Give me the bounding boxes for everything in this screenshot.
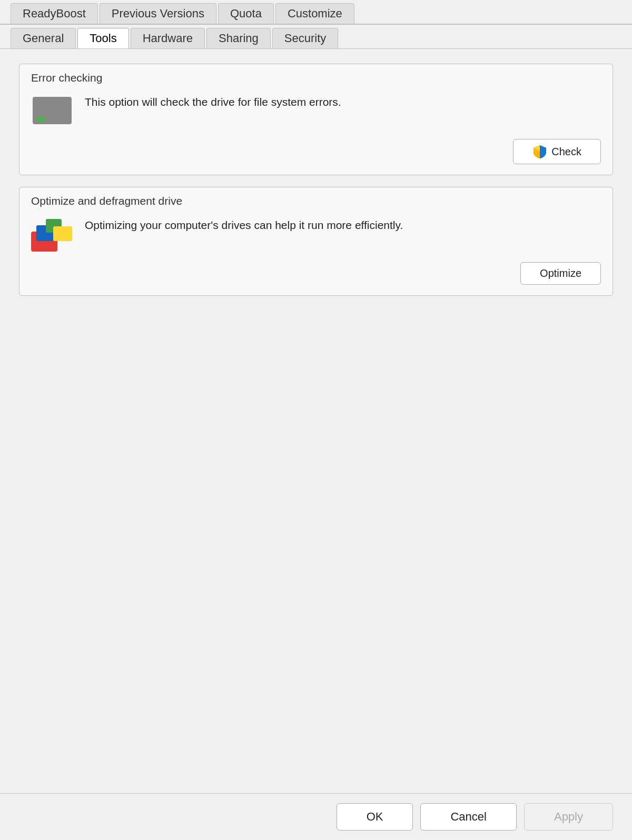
error-checking-section: Error checking This option will check th… <box>19 64 613 175</box>
hdd-graphic <box>33 97 72 124</box>
optimize-button-row: Optimize <box>19 262 613 295</box>
hard-drive-icon <box>31 94 73 127</box>
optimize-section: Optimize and defragment drive Optimizing… <box>19 187 613 296</box>
tab-sharing[interactable]: Sharing <box>206 28 271 48</box>
error-checking-description: This option will check the drive for fil… <box>85 94 601 111</box>
optimize-button-label: Optimize <box>540 267 581 279</box>
tab-tools[interactable]: Tools <box>77 28 129 48</box>
tabs-row1: ReadyBoost Previous Versions Quota Custo… <box>0 0 632 49</box>
check-button[interactable]: Check <box>513 139 601 164</box>
error-checking-button-row: Check <box>19 139 613 175</box>
optimize-title: Optimize and defragment drive <box>19 187 613 207</box>
ok-button[interactable]: OK <box>337 803 413 831</box>
tab-security[interactable]: Security <box>272 28 338 48</box>
optimize-description: Optimizing your computer's drives can he… <box>85 217 601 234</box>
tab-previous-versions[interactable]: Previous Versions <box>100 3 216 24</box>
optimize-button[interactable]: Optimize <box>520 262 601 285</box>
footer: OK Cancel Apply <box>0 793 632 840</box>
main-content: Error checking This option will check th… <box>0 49 632 793</box>
tab-general[interactable]: General <box>11 28 76 48</box>
check-button-label: Check <box>551 146 581 158</box>
tab-customize[interactable]: Customize <box>275 3 354 24</box>
tab-quota[interactable]: Quota <box>218 3 274 24</box>
defrag-icon-container <box>31 217 73 251</box>
tab-hardware[interactable]: Hardware <box>131 28 205 48</box>
tab-row-top: ReadyBoost Previous Versions Quota Custo… <box>0 0 632 24</box>
error-checking-title: Error checking <box>19 64 613 84</box>
cancel-button[interactable]: Cancel <box>420 803 516 831</box>
defrag-icon <box>31 216 73 252</box>
error-checking-inner: This option will check the drive for fil… <box>19 84 613 139</box>
optimize-inner: Optimizing your computer's drives can he… <box>19 207 613 262</box>
shield-icon <box>532 144 547 159</box>
tab-readyboost[interactable]: ReadyBoost <box>11 3 98 24</box>
apply-button[interactable]: Apply <box>524 803 613 831</box>
tab-row-bottom: General Tools Hardware Sharing Security <box>0 24 632 48</box>
svg-rect-3 <box>53 226 72 241</box>
